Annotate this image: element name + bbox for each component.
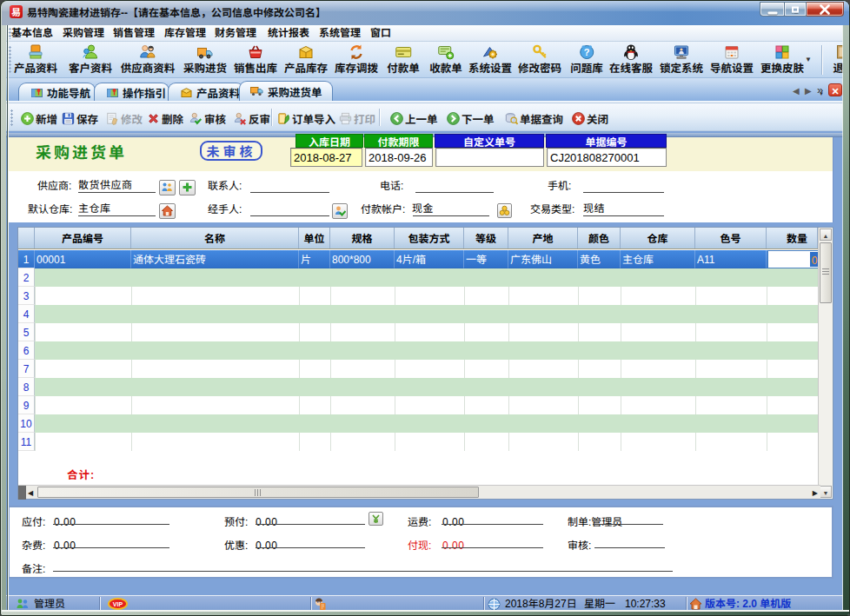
svg-text:?: ? — [584, 47, 590, 57]
